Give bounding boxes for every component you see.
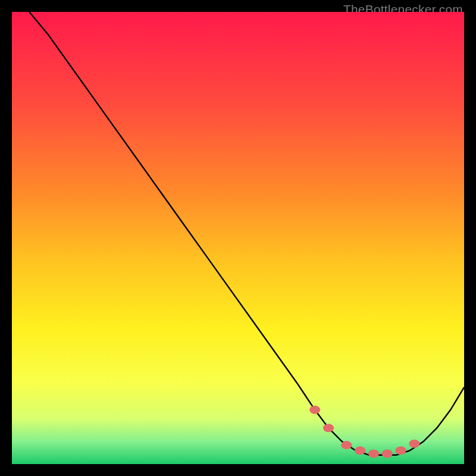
bottleneck-curve-chart (12, 12, 464, 464)
curve-marker (355, 446, 365, 455)
curve-marker (309, 406, 320, 414)
curve-marker (396, 446, 406, 455)
curve-marker (368, 450, 379, 458)
curve-marker (409, 440, 419, 448)
curve-marker (323, 424, 334, 432)
curve-marker (341, 441, 352, 449)
curve-marker (382, 450, 393, 458)
chart-frame (12, 12, 464, 464)
